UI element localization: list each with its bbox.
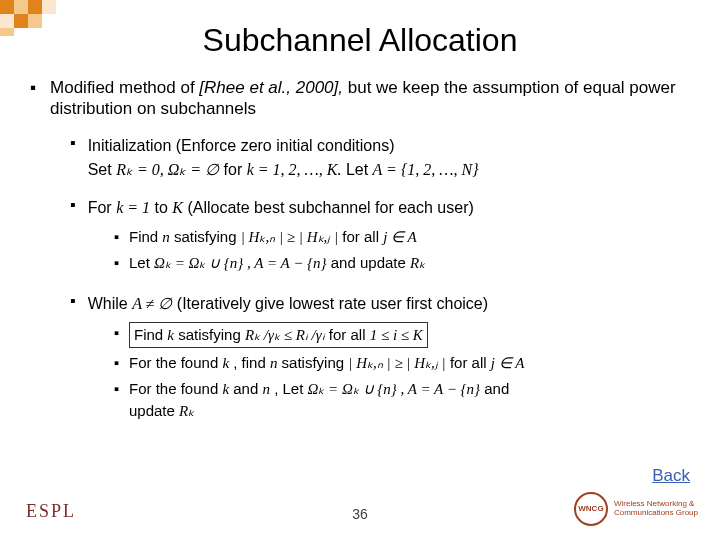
- t: satisfying: [282, 354, 349, 371]
- wncg-circle-icon: WNCG: [574, 492, 608, 526]
- t: Find: [129, 228, 162, 245]
- m: Rₖ /γₖ ≤ Rᵢ /γᵢ: [245, 327, 325, 343]
- m: Ωₖ = ∅: [168, 161, 219, 178]
- bullet-icon: ▪: [114, 226, 119, 248]
- t: Let: [346, 161, 373, 178]
- intro-text: Modified method of [Rhee et al., 2000], …: [50, 77, 690, 120]
- m: j ∈ A: [383, 229, 417, 245]
- bullet-icon: ▪: [114, 322, 119, 348]
- t: (Allocate best subchannel for each user): [187, 199, 473, 216]
- bullet-icon: ▪: [114, 352, 119, 374]
- intro-pre: Modified method of: [50, 78, 199, 97]
- m: A = {1, 2, …, N}: [373, 161, 479, 178]
- m: A ≠ ∅: [132, 295, 172, 312]
- m: Rₖ = 0,: [116, 161, 168, 178]
- m: k: [222, 355, 229, 371]
- t: to: [154, 199, 172, 216]
- t: For the found: [129, 380, 222, 397]
- t: Set: [88, 161, 116, 178]
- t: , find: [233, 354, 270, 371]
- back-link[interactable]: Back: [652, 466, 690, 486]
- m: K: [172, 199, 183, 216]
- t: for: [224, 161, 247, 178]
- m: k = 1, 2, …, K.: [247, 161, 342, 178]
- init-head: Initialization (Enforce zero initial con…: [88, 137, 395, 154]
- m: k = 1: [116, 199, 150, 216]
- t: and: [233, 380, 262, 397]
- t: satisfying: [178, 326, 245, 343]
- t: Let: [129, 254, 154, 271]
- step-init: ▪ Initialization (Enforce zero initial c…: [70, 134, 690, 182]
- m: Ωₖ = Ωₖ ∪ {n} , A = A − {n}: [154, 255, 327, 271]
- slide-title: Subchannel Allocation: [0, 22, 720, 59]
- m: n: [262, 381, 270, 397]
- bullet-icon: ▪: [70, 134, 76, 182]
- t: (Iteratively give lowest rate user first…: [177, 295, 488, 312]
- bullet-icon: ▪: [114, 378, 119, 422]
- m: 1 ≤ i ≤ K: [370, 327, 423, 343]
- m: | Hₖ,ₙ | ≥ | Hₖ,ⱼ |: [241, 229, 338, 245]
- t: for all: [450, 354, 491, 371]
- bullet-icon: ▪: [70, 292, 76, 426]
- step-for: ▪ For k = 1 to K (Allocate best subchann…: [70, 196, 690, 278]
- corner-decoration: [0, 0, 100, 40]
- t: for all: [342, 228, 383, 245]
- t: and update: [331, 254, 410, 271]
- bullet-icon: ▪: [70, 196, 76, 278]
- t: Find: [134, 326, 167, 343]
- wncg-line2: Communications Group: [614, 509, 698, 518]
- m: n: [270, 355, 278, 371]
- t: for all: [329, 326, 370, 343]
- m: Rₖ: [410, 255, 425, 271]
- m: Rₖ: [179, 403, 194, 419]
- intro-cite: [Rhee et al., 2000],: [199, 78, 343, 97]
- bullet-icon: ▪: [30, 77, 36, 120]
- m: j ∈ A: [491, 355, 525, 371]
- m: k: [167, 327, 174, 343]
- t: For the found: [129, 354, 222, 371]
- t: , Let: [274, 380, 307, 397]
- t: satisfying: [174, 228, 241, 245]
- step-while: ▪ While A ≠ ∅ (Iteratively give lowest r…: [70, 292, 690, 426]
- m: k: [222, 381, 229, 397]
- t: update: [129, 402, 179, 419]
- m: | Hₖ,ₙ | ≥ | Hₖ,ⱼ |: [348, 355, 445, 371]
- logo-espl: ESPL: [26, 501, 76, 522]
- t: While: [88, 295, 132, 312]
- t: For: [88, 199, 116, 216]
- t: and: [484, 380, 509, 397]
- m: n: [162, 229, 170, 245]
- m: Ωₖ = Ωₖ ∪ {n} , A = A − {n}: [307, 381, 480, 397]
- slide-body: ▪ Modified method of [Rhee et al., 2000]…: [0, 77, 720, 426]
- logo-wncg: WNCG Wireless Networking & Communication…: [574, 492, 698, 526]
- bullet-icon: ▪: [114, 252, 119, 274]
